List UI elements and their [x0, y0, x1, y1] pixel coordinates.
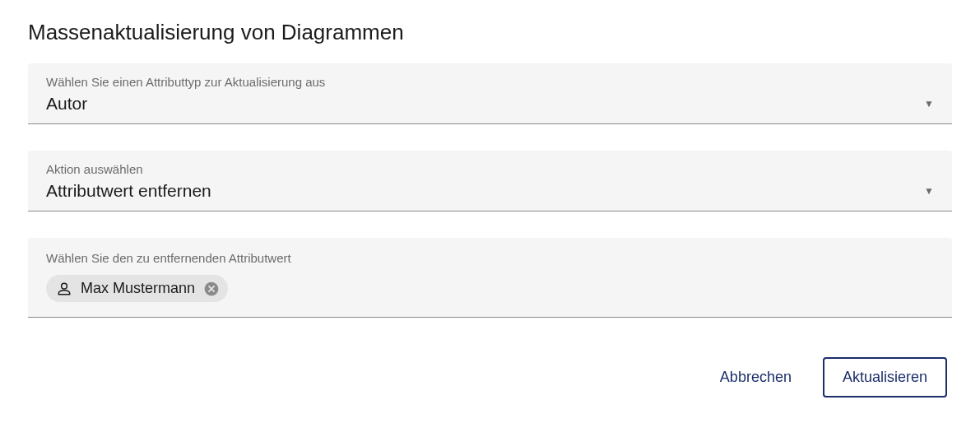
attribute-type-select[interactable]: Wählen Sie einen Attributtyp zur Aktuali…	[28, 63, 952, 124]
chip-label: Max Mustermann	[81, 280, 195, 297]
page-title: Massenaktualisierung von Diagrammen	[28, 20, 952, 45]
update-button[interactable]: Aktualisieren	[823, 357, 947, 397]
attribute-type-label: Wählen Sie einen Attributtyp zur Aktuali…	[46, 75, 934, 89]
action-value: Attributwert entfernen	[46, 181, 211, 201]
selected-chip: Max Mustermann	[46, 275, 228, 302]
attribute-value-label: Wählen Sie den zu entfernenden Attributw…	[46, 251, 934, 265]
cancel-button[interactable]: Abbrechen	[702, 357, 810, 397]
person-icon	[56, 281, 72, 297]
chevron-down-icon: ▼	[924, 98, 934, 109]
action-select[interactable]: Aktion auswählen Attributwert entfernen …	[28, 151, 952, 212]
attribute-value-field[interactable]: Wählen Sie den zu entfernenden Attributw…	[28, 238, 952, 318]
chevron-down-icon: ▼	[924, 185, 934, 197]
dialog-actions: Abbrechen Aktualisieren	[28, 357, 952, 397]
action-label: Aktion auswählen	[46, 162, 934, 176]
chip-remove-icon[interactable]	[203, 281, 220, 297]
attribute-type-value: Autor	[46, 94, 87, 114]
